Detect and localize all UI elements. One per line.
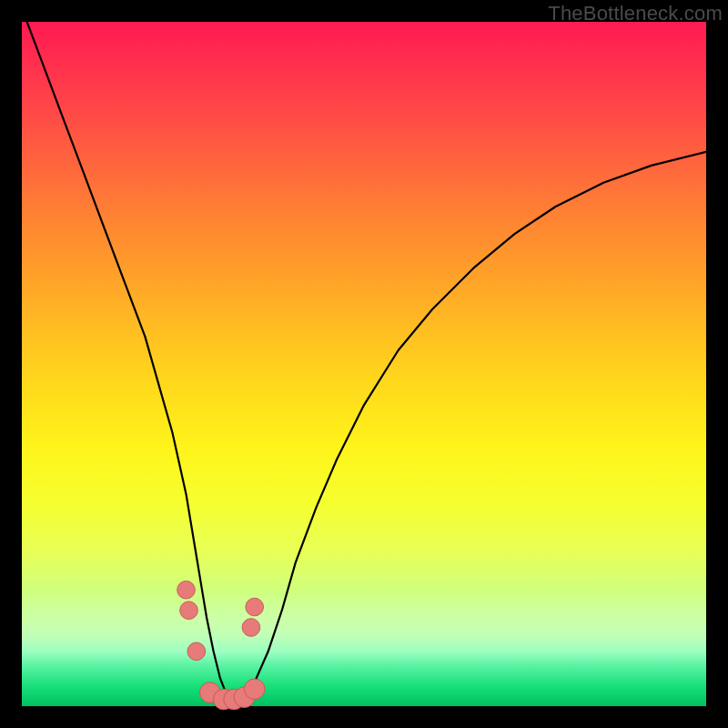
chart-gradient-background (22, 22, 706, 706)
chart-frame (22, 22, 706, 706)
